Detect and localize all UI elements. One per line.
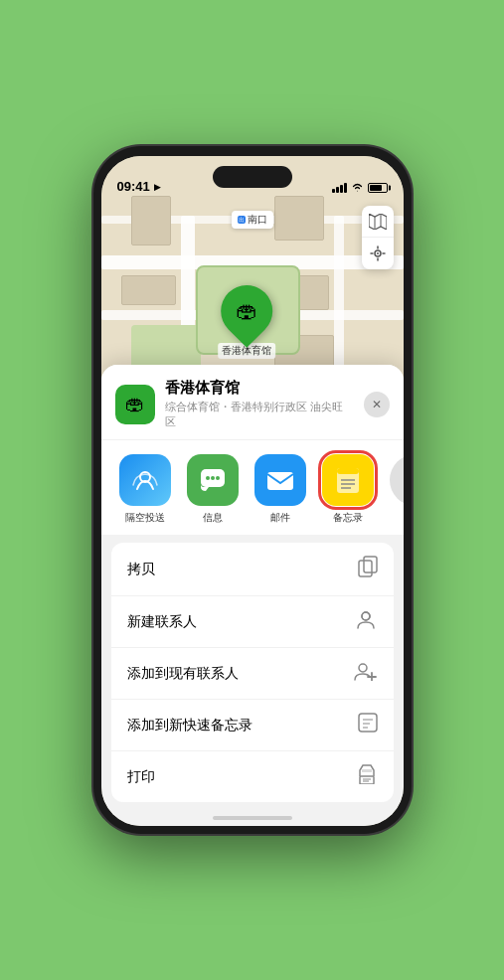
add-existing-icon <box>354 661 378 686</box>
dynamic-island <box>213 166 292 188</box>
messages-label: 信息 <box>203 511 223 525</box>
svg-point-7 <box>206 476 210 480</box>
venue-icon: 🏟 <box>115 385 155 424</box>
airdrop-icon <box>119 454 171 506</box>
map-controls <box>362 206 394 269</box>
copy-label: 拷贝 <box>127 561 155 578</box>
share-more[interactable]: 推 <box>382 454 404 525</box>
pin-icon: 🏟 <box>236 298 257 324</box>
map-pin: 🏟 香港体育馆 <box>218 285 275 359</box>
status-time: 09:41 <box>117 179 150 194</box>
action-add-note[interactable]: 添加到新快速备忘录 <box>111 700 394 751</box>
wifi-icon <box>351 182 364 194</box>
new-contact-label: 新建联系人 <box>127 613 197 631</box>
location-arrow-icon: ▶ <box>154 182 161 192</box>
map-entrance-label: 出 南口 <box>232 211 273 229</box>
home-indicator <box>213 816 292 820</box>
map-type-button[interactable] <box>362 206 394 238</box>
status-icons <box>332 182 388 194</box>
venue-info: 香港体育馆 综合体育馆・香港特别行政区 油尖旺区 <box>165 379 354 429</box>
svg-point-8 <box>211 476 215 480</box>
share-messages[interactable]: 信息 <box>179 454 247 525</box>
venue-name: 香港体育馆 <box>165 379 354 398</box>
messages-icon <box>187 454 239 506</box>
close-button[interactable]: ✕ <box>364 392 390 417</box>
more-icon <box>390 454 404 506</box>
print-label: 打印 <box>127 768 155 786</box>
svg-point-9 <box>216 476 220 480</box>
phone-frame: 09:41 ▶ <box>93 146 412 834</box>
airdrop-label: 隔空投送 <box>125 511 165 525</box>
svg-point-19 <box>362 612 370 620</box>
bottom-sheet: 🏟 香港体育馆 综合体育馆・香港特别行政区 油尖旺区 ✕ <box>101 365 404 826</box>
copy-icon <box>358 556 378 582</box>
action-print[interactable]: 打印 <box>111 751 394 802</box>
action-copy[interactable]: 拷贝 <box>111 543 394 596</box>
add-existing-label: 添加到现有联系人 <box>127 665 239 683</box>
new-contact-icon <box>356 609 378 634</box>
action-list: 拷贝 新建联系人 <box>111 543 394 802</box>
svg-rect-12 <box>337 468 359 474</box>
mail-icon <box>254 454 306 506</box>
notes-icon <box>322 454 374 506</box>
add-note-label: 添加到新快速备忘录 <box>127 717 252 735</box>
phone-screen: 09:41 ▶ <box>101 156 404 826</box>
share-mail[interactable]: 邮件 <box>247 454 314 525</box>
entrance-dot: 出 <box>238 216 246 224</box>
svg-point-20 <box>359 664 367 672</box>
signal-icon <box>332 183 347 193</box>
share-row: 隔空投送 信息 <box>101 439 404 535</box>
notes-label: 备忘录 <box>333 511 363 525</box>
svg-rect-27 <box>360 776 374 784</box>
battery-icon <box>368 183 388 193</box>
svg-rect-28 <box>362 769 372 772</box>
svg-marker-0 <box>369 214 387 230</box>
action-add-existing[interactable]: 添加到现有联系人 <box>111 648 394 700</box>
svg-rect-10 <box>267 472 293 490</box>
venue-subtitle: 综合体育馆・香港特别行政区 油尖旺区 <box>165 400 354 429</box>
svg-point-4 <box>377 252 379 254</box>
pin-bubble: 🏟 <box>210 274 283 348</box>
location-button[interactable] <box>362 238 394 269</box>
share-notes[interactable]: 备忘录 <box>314 454 382 525</box>
svg-rect-17 <box>359 561 372 576</box>
svg-rect-16 <box>364 557 377 572</box>
share-airdrop[interactable]: 隔空投送 <box>111 454 179 525</box>
action-new-contact[interactable]: 新建联系人 <box>111 596 394 648</box>
mail-label: 邮件 <box>270 511 290 525</box>
svg-rect-23 <box>359 714 377 732</box>
add-note-icon <box>358 713 378 737</box>
print-icon <box>356 764 378 789</box>
sheet-header: 🏟 香港体育馆 综合体育馆・香港特别行政区 油尖旺区 ✕ <box>101 365 404 439</box>
